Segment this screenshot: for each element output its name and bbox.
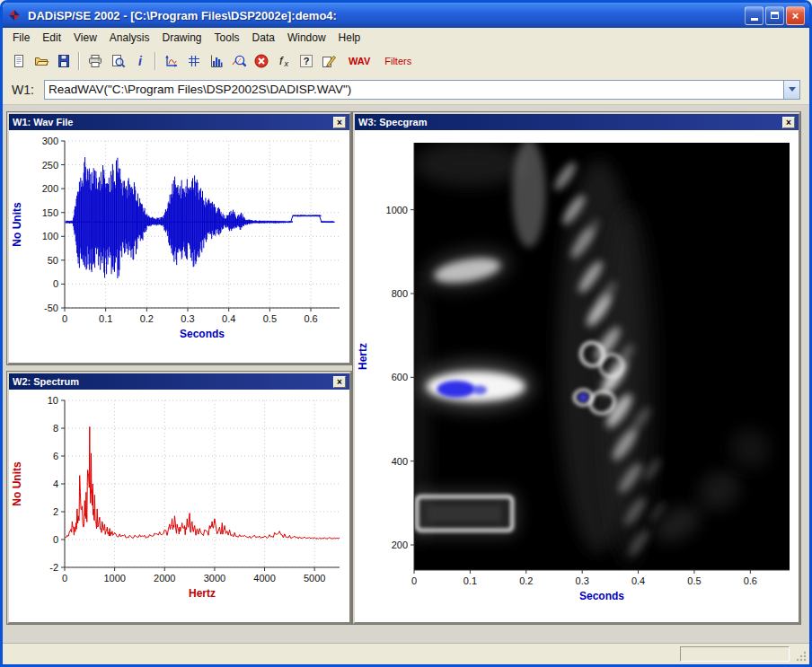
zoom-chart-button[interactable] bbox=[228, 51, 249, 72]
w2-title: W2: Spectrum bbox=[13, 376, 333, 387]
print-button[interactable] bbox=[84, 51, 105, 72]
close-button[interactable]: × bbox=[786, 6, 805, 25]
svg-text:400: 400 bbox=[392, 456, 408, 467]
svg-text:300: 300 bbox=[42, 136, 58, 146]
w2-title-bar[interactable]: W2: Spectrum × bbox=[9, 373, 349, 390]
waveform-chart: 00.10.20.30.40.50.6-50050100150200250300… bbox=[9, 130, 349, 363]
svg-text:0.6: 0.6 bbox=[304, 313, 317, 324]
grid-icon bbox=[186, 53, 202, 69]
help-icon: ? bbox=[298, 53, 314, 69]
svg-text:2000: 2000 bbox=[154, 573, 175, 584]
stop-icon bbox=[253, 53, 269, 69]
svg-text:150: 150 bbox=[42, 207, 58, 218]
w3-close-button[interactable]: × bbox=[782, 117, 795, 128]
info-button[interactable]: i bbox=[129, 51, 150, 72]
edit-formula-button[interactable] bbox=[318, 51, 339, 72]
svg-text:0: 0 bbox=[53, 534, 58, 545]
save-icon bbox=[56, 53, 72, 69]
chart-axes-button[interactable] bbox=[161, 51, 181, 72]
svg-text:50: 50 bbox=[48, 255, 58, 266]
svg-text:Seconds: Seconds bbox=[579, 590, 624, 602]
svg-text:No Units: No Units bbox=[11, 461, 23, 506]
wav-button[interactable]: WAV bbox=[343, 56, 375, 66]
w1-title-bar[interactable]: W1: Wav File × bbox=[9, 114, 349, 130]
svg-text:10: 10 bbox=[48, 395, 58, 406]
menu-item-drawing[interactable]: Drawing bbox=[156, 29, 208, 47]
w1-close-button[interactable]: × bbox=[333, 117, 346, 128]
svg-text:200: 200 bbox=[392, 540, 408, 550]
svg-text:-50: -50 bbox=[44, 303, 58, 313]
chevron-down-icon bbox=[789, 87, 796, 92]
histogram-icon bbox=[208, 53, 225, 69]
svg-text:0: 0 bbox=[62, 573, 67, 584]
child-window-w1[interactable]: W1: Wav File × 00.10.20.30.40.50.6-50050… bbox=[7, 112, 351, 364]
menu-item-help[interactable]: Help bbox=[332, 29, 367, 47]
window-controls: × bbox=[745, 6, 805, 25]
stop-button[interactable] bbox=[251, 51, 271, 72]
svg-text:0.2: 0.2 bbox=[140, 313, 154, 324]
histogram-button[interactable] bbox=[206, 51, 226, 72]
formula-window-label: W1: bbox=[12, 83, 44, 97]
svg-text:0.2: 0.2 bbox=[519, 575, 533, 586]
resize-grip-icon bbox=[795, 650, 808, 663]
svg-text:0.1: 0.1 bbox=[99, 313, 112, 324]
child-window-w2[interactable]: W2: Spectrum × 010002000300040005000-202… bbox=[7, 372, 351, 624]
svg-text:2: 2 bbox=[53, 506, 58, 517]
grid-button[interactable] bbox=[183, 51, 204, 72]
minimize-icon bbox=[751, 18, 758, 21]
maximize-button[interactable] bbox=[765, 6, 784, 25]
svg-text:0: 0 bbox=[62, 313, 67, 324]
filters-button[interactable]: Filters bbox=[379, 56, 417, 66]
formula-input[interactable] bbox=[45, 81, 783, 99]
w2-close-button[interactable]: × bbox=[333, 376, 346, 388]
w3-plot-area[interactable]: 00.10.20.30.40.50.62004006008001000Secon… bbox=[355, 130, 799, 622]
menu-item-window[interactable]: Window bbox=[281, 29, 332, 47]
svg-text:0: 0 bbox=[411, 575, 417, 586]
print-icon bbox=[87, 53, 103, 69]
print-preview-button[interactable] bbox=[107, 51, 128, 72]
svg-text:Hertz: Hertz bbox=[189, 587, 216, 600]
menu-item-analysis[interactable]: Analysis bbox=[103, 29, 156, 47]
resize-grip[interactable] bbox=[795, 650, 808, 663]
svg-text:Seconds: Seconds bbox=[180, 328, 225, 340]
minimize-button[interactable] bbox=[745, 6, 763, 25]
open-file-icon bbox=[33, 53, 49, 69]
w1-plot-area[interactable]: 00.10.20.30.40.50.6-50050100150200250300… bbox=[9, 130, 349, 363]
title-bar[interactable]: DADiSP/SE 2002 - [C:\Program Files\DSP20… bbox=[3, 3, 809, 28]
save-button[interactable] bbox=[53, 51, 74, 72]
open-file-button[interactable] bbox=[31, 51, 51, 72]
app-window: DADiSP/SE 2002 - [C:\Program Files\DSP20… bbox=[0, 0, 812, 667]
menu-item-edit[interactable]: Edit bbox=[36, 29, 67, 47]
info-icon: i bbox=[132, 53, 148, 69]
child-window-w3[interactable]: W3: Specgram × 00.10.20.30.40.50.6200400… bbox=[353, 112, 800, 624]
svg-text:800: 800 bbox=[392, 288, 408, 299]
function-button[interactable]: fx bbox=[273, 51, 294, 72]
w2-plot-area[interactable]: 010002000300040005000-20246810HertzNo Un… bbox=[9, 390, 349, 622]
status-bar bbox=[3, 643, 809, 664]
app-logo-icon bbox=[7, 7, 23, 23]
svg-text:0.4: 0.4 bbox=[631, 575, 645, 586]
svg-text:4: 4 bbox=[53, 478, 58, 489]
zoom-chart-icon bbox=[231, 53, 247, 69]
svg-text:0.4: 0.4 bbox=[222, 313, 235, 324]
svg-text:600: 600 bbox=[392, 372, 408, 382]
function-icon: fx bbox=[276, 53, 292, 69]
menu-item-tools[interactable]: Tools bbox=[208, 29, 246, 47]
help-button[interactable]: ? bbox=[296, 51, 316, 72]
toolbar-separator bbox=[78, 52, 80, 70]
new-document-icon bbox=[11, 53, 27, 69]
maximize-icon bbox=[771, 12, 779, 19]
menu-item-data[interactable]: Data bbox=[246, 29, 281, 47]
w3-title-bar[interactable]: W3: Specgram × bbox=[355, 114, 799, 130]
svg-text:4000: 4000 bbox=[253, 573, 275, 584]
svg-text:0.6: 0.6 bbox=[744, 575, 757, 586]
menu-item-view[interactable]: View bbox=[67, 29, 103, 47]
new-document-button[interactable] bbox=[8, 51, 29, 72]
svg-text:0.5: 0.5 bbox=[687, 575, 701, 586]
formula-dropdown-button[interactable] bbox=[783, 81, 799, 99]
svg-text:8: 8 bbox=[53, 423, 58, 434]
spectrum-chart: 010002000300040005000-20246810HertzNo Un… bbox=[9, 390, 349, 622]
menu-item-file[interactable]: File bbox=[6, 29, 36, 47]
svg-text:i: i bbox=[138, 54, 143, 68]
svg-text:6: 6 bbox=[53, 451, 58, 461]
